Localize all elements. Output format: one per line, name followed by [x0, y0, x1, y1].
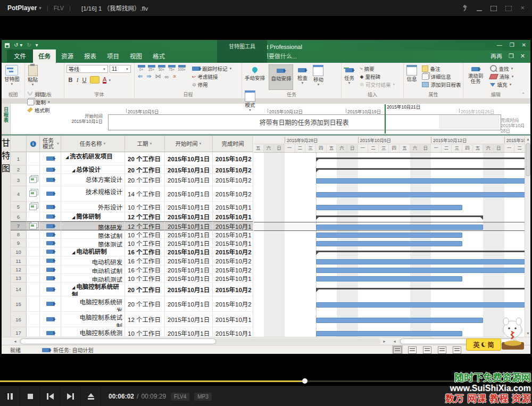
- pause-button[interactable]: [0, 386, 20, 406]
- finish-date-cell[interactable]: 2015年10月2: [213, 256, 253, 266]
- insert-milestone-button[interactable]: ◆里程碑: [360, 72, 395, 80]
- duration-cell[interactable]: 16 个工作日: [125, 266, 165, 274]
- pct-50-button[interactable]: 50×: [157, 65, 166, 71]
- link-tasks-button[interactable]: ∞: [164, 73, 169, 80]
- row-number-cell[interactable]: 1: [11, 152, 27, 165]
- summary-bar[interactable]: [316, 216, 483, 219]
- task-mode-cell[interactable]: [40, 221, 61, 230]
- duration-cell[interactable]: 14 个工作日: [125, 186, 165, 202]
- fill-button[interactable]: 填充▼: [490, 80, 514, 88]
- task-name-cell[interactable]: ◢电脑控制系统研制: [61, 283, 125, 296]
- report-view-button[interactable]: [453, 346, 461, 354]
- pct-100-button[interactable]: 100×: [177, 65, 186, 71]
- indicator-cell[interactable]: [27, 202, 40, 212]
- task-mode-cell[interactable]: [40, 165, 61, 174]
- summary-bar[interactable]: [316, 251, 525, 254]
- table-row[interactable]: 7筒体研发12 个工作日2015年10月1日2015年10月1: [11, 221, 253, 230]
- add-to-timeline-button[interactable]: 添加到日程表: [422, 80, 461, 88]
- previous-button[interactable]: [40, 386, 61, 406]
- gantt-row[interactable]: [254, 239, 525, 248]
- task-mode-cell[interactable]: [40, 266, 61, 274]
- task-name-cell[interactable]: 筒体研发: [61, 221, 125, 230]
- close-button[interactable]: ×: [520, 5, 525, 11]
- task-mode-cell[interactable]: [40, 152, 61, 165]
- start-date-cell[interactable]: 2015年10月1日: [165, 221, 213, 230]
- task-name-cell[interactable]: 筒体测试: [61, 239, 125, 247]
- indicator-cell[interactable]: [27, 230, 40, 239]
- start-date-cell[interactable]: 2015年10月1日: [165, 283, 213, 296]
- indicator-cell[interactable]: [27, 221, 40, 230]
- indicator-cell[interactable]: [27, 247, 40, 256]
- header-start[interactable]: 开始时间▼: [165, 136, 213, 152]
- table-row[interactable]: 15电脑控制系统研发20 个工作日2015年10月1日2015年10月2: [11, 296, 253, 312]
- tab-view[interactable]: 视图: [124, 49, 147, 63]
- table-row[interactable]: 4技术规格设计14 个工作日2015年10月1日2015年10月2: [11, 186, 253, 202]
- gantt-row[interactable]: [254, 283, 525, 297]
- table-row[interactable]: 17电脑控制系统测试10 个工作日2015年10月1日2015年10月1: [11, 327, 253, 337]
- task-bar[interactable]: [316, 233, 462, 238]
- duration-cell[interactable]: 20 个工作日: [125, 152, 165, 165]
- task-name-cell[interactable]: 电动机测试: [61, 274, 125, 283]
- font-color-button[interactable]: A: [103, 77, 106, 84]
- bold-button[interactable]: B: [67, 77, 74, 83]
- outdent-button[interactable]: ⇐: [138, 73, 143, 80]
- table-row[interactable]: 9筒体测试10 个工作日2015年10月1日2015年10月1: [11, 239, 253, 247]
- indicator-cell[interactable]: [27, 165, 40, 174]
- eject-button[interactable]: [81, 386, 101, 406]
- task-mode-cell[interactable]: [40, 312, 61, 327]
- indicator-cell[interactable]: [27, 239, 40, 247]
- duration-cell[interactable]: 20 个工作日: [125, 283, 165, 296]
- timescale-days[interactable]: 五六日一二三四五六日一二三四五六日一二三四五六日一二: [254, 144, 525, 153]
- start-date-cell[interactable]: 2015年10月1日: [165, 296, 213, 312]
- sheet-view-button[interactable]: [438, 346, 446, 354]
- gantt-row[interactable]: [254, 328, 525, 337]
- tab-resource[interactable]: 资源: [56, 49, 79, 63]
- task-mode-cell[interactable]: [40, 256, 61, 266]
- duration-cell[interactable]: 10 个工作日: [125, 202, 165, 212]
- row-number-cell[interactable]: 12: [11, 266, 27, 274]
- gantt-row[interactable]: [254, 275, 525, 283]
- expand-triangle-icon[interactable]: ◢: [72, 215, 75, 220]
- header-task-name[interactable]: 任务名称▼: [61, 136, 125, 152]
- timeline-pane[interactable]: 日程表 开始时间2015年10月1日 将带有日期的任务添加到日程表 2015年1…: [2, 104, 530, 134]
- gantt-body[interactable]: [254, 153, 525, 337]
- finish-date-cell[interactable]: 2015年10月1: [213, 274, 253, 283]
- task-name-cell[interactable]: 电动机试制: [61, 266, 125, 274]
- inactivate-button[interactable]: ⊖停用: [192, 80, 232, 88]
- task-bar[interactable]: [316, 268, 525, 273]
- table-row[interactable]: 6◢筒体研制12 个工作日2015年10月1日2015年10月1: [11, 212, 253, 221]
- clear-button[interactable]: 清除▼: [490, 72, 514, 80]
- pct-75-button[interactable]: 75×: [167, 65, 176, 71]
- scroll-to-task-button[interactable]: 滚动到任务: [464, 64, 487, 90]
- underline-button[interactable]: U: [81, 77, 88, 83]
- task-name-cell[interactable]: ◢筒体研制: [61, 212, 125, 221]
- task-mode-cell[interactable]: [40, 186, 61, 202]
- pin-icon[interactable]: [462, 5, 468, 11]
- row-number-cell[interactable]: 15: [11, 296, 27, 312]
- task-mode-cell[interactable]: [40, 174, 61, 186]
- auto-schedule-button[interactable]: 自动安排: [269, 64, 293, 90]
- start-date-cell[interactable]: 2015年10月1日: [165, 174, 213, 186]
- task-mode-cell[interactable]: [40, 283, 61, 296]
- duration-cell[interactable]: 10 个工作日: [125, 274, 165, 283]
- start-date-cell[interactable]: 2015年10月1日: [165, 165, 213, 174]
- task-bar[interactable]: [316, 259, 525, 264]
- row-number-cell[interactable]: 7: [11, 221, 27, 230]
- task-mode-cell[interactable]: [40, 274, 61, 283]
- indicator-cell[interactable]: [27, 186, 40, 202]
- gantt-row[interactable]: [254, 213, 525, 222]
- tab-file[interactable]: 文件: [7, 49, 33, 63]
- table-scroll-left-icon[interactable]: ◄: [12, 338, 18, 344]
- task-name-cell[interactable]: 电脑控制系统研发: [61, 296, 125, 312]
- table-row[interactable]: 10◢电动机研制16 个工作日2015年10月1日2015年10月2: [11, 247, 253, 256]
- next-button[interactable]: [61, 386, 81, 406]
- task-notes-button[interactable]: 备注: [422, 64, 461, 72]
- mark-on-track-button[interactable]: 跟踪时标记▼: [192, 64, 232, 72]
- row-number-cell[interactable]: 6: [11, 212, 27, 221]
- finish-date-cell[interactable]: 2015年10月2: [213, 174, 253, 186]
- seek-handle[interactable]: [302, 378, 307, 384]
- font-size-select[interactable]: 11▼: [110, 65, 131, 73]
- tab-project[interactable]: 项目: [102, 49, 124, 63]
- task-bar[interactable]: [316, 331, 462, 336]
- duration-cell[interactable]: 12 个工作日: [125, 312, 165, 327]
